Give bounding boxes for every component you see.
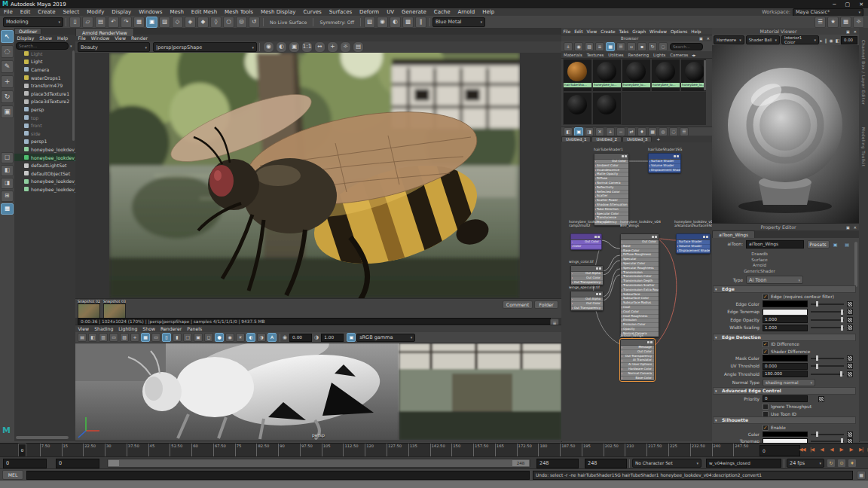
shadows-icon[interactable]: ◐ bbox=[246, 333, 255, 342]
layout-hypershade-persp-button[interactable]: ▦ bbox=[1, 203, 14, 215]
outliner-item[interactable]: place3dTexture1 bbox=[14, 90, 75, 98]
pan-icon[interactable]: + bbox=[327, 41, 338, 53]
animation-start-field[interactable]: 0 bbox=[3, 459, 47, 468]
range-handle-start[interactable] bbox=[108, 460, 119, 466]
material-swatch[interactable]: honeybee_lo... bbox=[592, 59, 622, 92]
menu-icon[interactable]: ☰ bbox=[815, 17, 826, 28]
select-camera-icon[interactable]: ▤ bbox=[78, 333, 87, 342]
range-handle-end[interactable]: 248 bbox=[512, 460, 529, 466]
outliner-item[interactable]: place3dTexture2 bbox=[14, 98, 75, 106]
menu-item[interactable]: Surfaces bbox=[326, 9, 356, 15]
time-slider[interactable]: 07.501522.503037.504552.506067.507582.50… bbox=[0, 443, 868, 457]
property-scrollbar[interactable] bbox=[854, 242, 857, 287]
render-image-area[interactable] bbox=[75, 53, 561, 298]
type-dropdown[interactable]: Ai Toon▾ bbox=[746, 276, 803, 284]
lock-camera-icon[interactable]: ◧ bbox=[88, 333, 97, 342]
render-settings-icon[interactable]: ▩ bbox=[402, 17, 414, 28]
outliner-item[interactable]: defaultObjectSet bbox=[14, 169, 75, 178]
folder-button[interactable]: Folder bbox=[534, 300, 558, 309]
aov-dropdown[interactable]: Beauty▾ bbox=[78, 42, 150, 52]
environment-icon[interactable]: ◉ bbox=[828, 38, 834, 43]
browser-tab[interactable]: Cameras bbox=[668, 53, 690, 57]
viewport-menu-item[interactable]: Panels bbox=[185, 326, 205, 331]
new-scene-icon[interactable]: ▯ bbox=[69, 17, 81, 28]
texture-map-icon[interactable] bbox=[847, 432, 853, 438]
save-scene-icon[interactable]: ▤ bbox=[95, 17, 106, 28]
select-hierarchy-icon[interactable]: ▦ bbox=[133, 17, 145, 28]
loop-playback-icon[interactable]: ↻ bbox=[827, 459, 836, 468]
add-tab-button[interactable]: + bbox=[653, 136, 664, 142]
cached-playback-icon[interactable]: ⊙ bbox=[837, 459, 846, 468]
outliner-menu-item[interactable]: Show bbox=[37, 35, 55, 41]
menu-item[interactable]: Cache bbox=[430, 9, 454, 15]
playback-start-field[interactable]: 0 bbox=[56, 459, 99, 468]
node-attribute-row[interactable]: Displacement Shader bbox=[649, 169, 680, 173]
play-forwards-button[interactable]: ▶ bbox=[836, 445, 846, 455]
select-tool-icon[interactable]: ↖ bbox=[1, 30, 14, 43]
viewport-canvas[interactable]: persp bbox=[75, 343, 561, 440]
move-tool-icon[interactable]: + bbox=[1, 75, 14, 88]
textured-icon[interactable]: ◉ bbox=[225, 333, 234, 342]
priority-field[interactable]: 0 bbox=[763, 395, 808, 402]
texture-map-icon[interactable] bbox=[847, 325, 853, 331]
material-preset-dropdown[interactable]: Blue Metal▾ bbox=[432, 17, 485, 27]
gamma-field[interactable]: 1.00 bbox=[321, 334, 344, 342]
character-set-dropdown[interactable]: No Character Set▾ bbox=[632, 459, 701, 468]
menu-item[interactable]: Mesh Tools bbox=[221, 9, 257, 15]
menu-item[interactable]: Mesh bbox=[166, 9, 187, 15]
workspace-dropdown[interactable]: Maya Classic*▾ bbox=[793, 8, 863, 17]
edge-enable-checkbox[interactable]: Edge (requires contour filter) bbox=[763, 294, 834, 300]
mel-toggle-button[interactable]: MEL bbox=[2, 470, 23, 480]
open-render-view-icon[interactable]: ▧ bbox=[364, 17, 375, 28]
camera-attributes-icon[interactable]: ▥ bbox=[99, 333, 108, 342]
hypershade-menu-item[interactable]: Tabs bbox=[617, 29, 631, 34]
lights-icon[interactable]: ☀ bbox=[236, 333, 245, 342]
property-slider[interactable] bbox=[811, 311, 844, 313]
menu-item[interactable]: Edit Mesh bbox=[188, 9, 221, 15]
snapshot-camera-icon[interactable]: ◉ bbox=[263, 41, 274, 53]
menu-item[interactable]: Modify bbox=[83, 9, 108, 15]
node-attribute-row[interactable]: Base Color bbox=[621, 377, 654, 381]
snap-point-icon[interactable]: ◆ bbox=[197, 17, 209, 28]
texture-map-icon[interactable] bbox=[847, 309, 853, 315]
step-back-frame-button[interactable]: ◀ bbox=[817, 445, 827, 455]
property-slider[interactable] bbox=[811, 358, 844, 359]
hypershade-menu-item[interactable]: Graph bbox=[631, 29, 648, 34]
shading-group-node-aistandardsurface5sg[interactable]: Surface ShaderVolume ShaderDisplacement … bbox=[676, 233, 711, 254]
property-field[interactable]: 0.000 bbox=[763, 363, 808, 370]
menu-item[interactable]: Select bbox=[60, 9, 84, 15]
snap-view-plane-icon[interactable]: ○ bbox=[223, 17, 234, 28]
screen-ao-icon[interactable]: ◑ bbox=[257, 333, 266, 342]
anti-alias-icon[interactable]: A bbox=[267, 333, 277, 342]
two-d-pan-zoom-icon[interactable]: + bbox=[130, 333, 139, 342]
menu-set-dropdown[interactable]: Modeling▾ bbox=[3, 17, 63, 27]
material-swatch[interactable] bbox=[592, 92, 622, 125]
close-icon[interactable]: ✕ bbox=[851, 225, 859, 230]
file-node-wings-color[interactable]: Out AlphaOut ColorOut Transparency bbox=[570, 265, 604, 285]
graph-tab[interactable]: Untitled_1 bbox=[561, 136, 591, 142]
hypershade-menu-item[interactable]: Options bbox=[668, 29, 689, 34]
outliner-search-input[interactable] bbox=[16, 42, 69, 50]
float-panel-icon[interactable]: ▣ bbox=[845, 29, 851, 34]
node-editor-canvas[interactable]: hairTubeShader1 Out Color Ambient ColorI… bbox=[561, 142, 712, 441]
float-panel-icon[interactable]: ▣ bbox=[845, 225, 851, 230]
renderview-menu-item[interactable]: File bbox=[75, 35, 88, 41]
close-icon[interactable]: ✕ bbox=[851, 29, 859, 34]
safe-title-icon[interactable]: ▣ bbox=[194, 333, 203, 342]
detection-checkbox[interactable]: ID Difference bbox=[763, 341, 810, 347]
small-swatch-icon[interactable]: ▫ bbox=[627, 42, 636, 51]
step-forward-frame-button[interactable]: ▶ bbox=[846, 445, 856, 455]
viewer-renderer-dropdown[interactable]: Hardware▾ bbox=[714, 35, 744, 44]
outliner-item[interactable]: honeybee_lookdev_v04s bbox=[14, 178, 75, 186]
minimize-icon[interactable]: ─ bbox=[828, 2, 840, 8]
swap-icon[interactable]: ◧ bbox=[834, 38, 841, 43]
outliner-item[interactable]: persp bbox=[14, 105, 75, 114]
outliner-item[interactable]: honeybee_lookdev_v04s bbox=[14, 185, 75, 194]
menu-item[interactable]: Mesh Display bbox=[257, 9, 299, 15]
file-node-wings-specular[interactable]: Out AlphaOut ColorOut Transparency bbox=[570, 291, 604, 311]
outliner-item[interactable]: Light bbox=[14, 58, 75, 66]
outliner-scrollbar[interactable] bbox=[72, 50, 75, 141]
menu-item[interactable]: Windows bbox=[135, 9, 166, 15]
graph-tab[interactable]: Untitled_3 bbox=[622, 136, 652, 142]
show-hide-icon[interactable]: ▣ bbox=[830, 242, 842, 247]
